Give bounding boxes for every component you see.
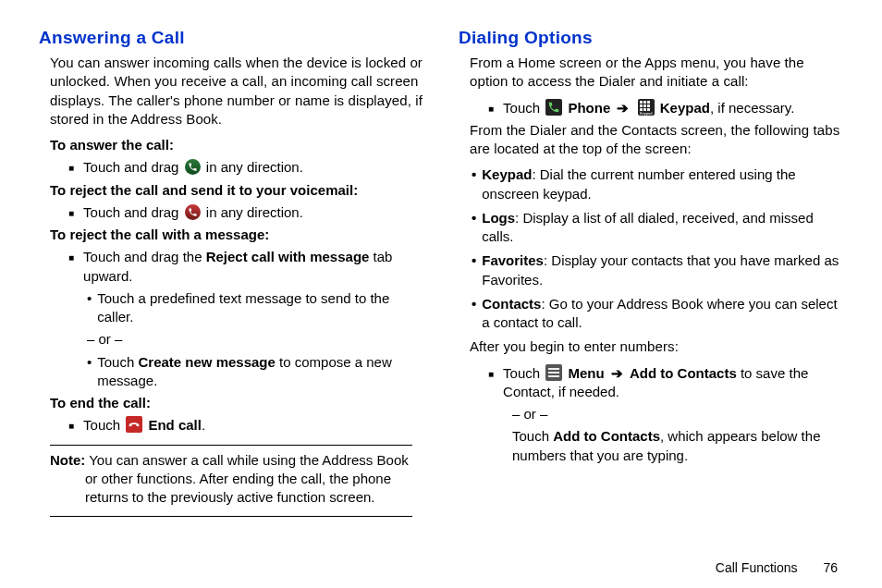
bullet-icon: • — [472, 295, 476, 313]
intro-paragraph: You can answer incoming calls when the d… — [50, 54, 423, 129]
square-bullet-icon: ■ — [488, 103, 494, 116]
bullet-icon: • — [472, 165, 476, 184]
list-item: • Favorites: Display your contacts that … — [470, 251, 843, 289]
divider — [50, 445, 412, 446]
right-column: Dialing Options From a Home screen or th… — [459, 28, 843, 522]
text: Touch — [503, 100, 540, 116]
note-block: Note: You can answer a call while using … — [50, 451, 412, 508]
bold-label: Create new message — [138, 354, 275, 370]
sub-heading-end-call: To end the call: — [50, 394, 423, 412]
text: Touch and drag — [83, 159, 178, 175]
sub-heading-answer: To answer the call: — [50, 136, 423, 154]
bullet-icon: • — [87, 289, 92, 308]
text: Touch — [83, 417, 120, 433]
text: Touch — [97, 354, 134, 370]
phone-answer-icon — [185, 159, 201, 175]
text: Touch — [512, 428, 549, 444]
sub-heading-reject-message: To reject the call with a message: — [50, 226, 423, 244]
bullet-icon: • — [472, 251, 476, 270]
text: Touch and drag the — [83, 249, 202, 264]
text: in any direction. — [206, 204, 303, 220]
square-bullet-icon: ■ — [68, 162, 74, 175]
bold-label: Contacts — [482, 296, 541, 312]
text: Touch a predefined text message to send … — [97, 289, 423, 327]
divider — [50, 516, 412, 517]
sub-list-item: • Touch a predefined text message to sen… — [87, 289, 423, 327]
list-item: ■ Touch and drag in any direction. — [68, 203, 423, 222]
list-item: • Keypad: Dial the current number entere… — [470, 165, 843, 203]
arrow-icon: ➔ — [617, 100, 629, 116]
bold-label: Keypad — [482, 166, 532, 182]
text: Touch — [503, 365, 540, 381]
bullet-icon: • — [472, 209, 476, 227]
text: – or – — [87, 330, 122, 349]
page-footer: Call Functions 76 — [716, 560, 838, 575]
intro-paragraph: From a Home screen or the Apps menu, you… — [470, 54, 843, 92]
keypad-icon: Keypad — [638, 99, 655, 116]
bold-label: Reject call with message — [206, 249, 370, 264]
square-bullet-icon: ■ — [68, 420, 74, 433]
menu-icon — [545, 364, 562, 381]
bold-label: Add to Contacts — [630, 365, 737, 381]
footer-section-name: Call Functions — [716, 560, 798, 575]
list-item: • Logs: Display a list of all dialed, re… — [470, 209, 843, 247]
list-item-continuation: Touch Add to Contacts, which appears bel… — [512, 427, 843, 465]
left-column: Answering a Call You can answer incoming… — [39, 28, 423, 522]
phone-reject-icon — [185, 204, 201, 220]
list-item: ■ Touch Phone ➔ Keypad Keypad, if necess… — [488, 99, 843, 117]
text: : Display a list of all dialed, received… — [482, 210, 814, 244]
list-item: ■ Touch End call. — [68, 416, 423, 435]
note-label: Note: — [50, 452, 85, 468]
text: , if necessary. — [710, 100, 794, 116]
square-bullet-icon: ■ — [68, 207, 74, 220]
bullet-icon: • — [87, 353, 92, 372]
arrow-icon: ➔ — [611, 365, 623, 381]
or-separator: – or – — [87, 330, 423, 349]
bold-label: Favorites — [482, 252, 544, 268]
text: in any direction. — [206, 159, 303, 175]
bold-label: Keypad — [660, 100, 710, 116]
bold-label: Phone — [568, 100, 610, 116]
text: . — [202, 417, 205, 433]
end-call-icon — [126, 416, 142, 433]
or-separator: – or – — [512, 405, 843, 423]
square-bullet-icon: ■ — [68, 251, 74, 264]
text: Touch and drag — [83, 204, 178, 220]
paragraph: From the Dialer and the Contacts screen,… — [470, 121, 843, 159]
bold-label: Add to Contacts — [553, 428, 660, 444]
bold-label: Logs — [482, 210, 515, 226]
sub-list-item: • Touch Create new message to compose a … — [87, 353, 423, 391]
phone-app-icon — [545, 99, 562, 116]
list-item: ■ Touch and drag in any direction. — [68, 158, 423, 177]
paragraph: After you begin to enter numbers: — [470, 337, 843, 356]
list-item: ■ Touch Menu ➔ Add to Contacts to save t… — [488, 364, 843, 402]
list-item: • Contacts: Go to your Address Book wher… — [470, 295, 843, 333]
list-item: ■ Touch and drag the Reject call with me… — [68, 248, 423, 286]
footer-page-number: 76 — [823, 560, 838, 575]
note-text: You can answer a call while using the Ad… — [85, 452, 409, 506]
square-bullet-icon: ■ — [488, 368, 494, 381]
sub-heading-reject-voicemail: To reject the call and send it to your v… — [50, 181, 423, 200]
heading-answering-a-call: Answering a Call — [39, 28, 423, 48]
bold-label: End call — [148, 417, 202, 433]
heading-dialing-options: Dialing Options — [459, 28, 843, 48]
bold-label: Menu — [568, 365, 604, 381]
